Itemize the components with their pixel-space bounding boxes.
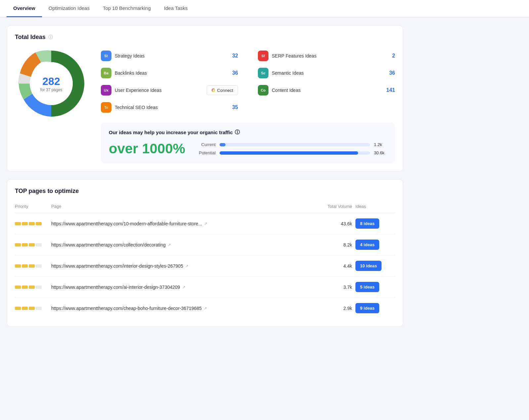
current-label: Current — [196, 142, 216, 147]
page-link-5[interactable]: https://www.apartmenttherapy.com/cheap-b… — [51, 306, 316, 311]
idea-row-ux: Ux User Experience Ideas G Connect — [101, 82, 238, 99]
priority-bar — [22, 307, 28, 310]
external-link-icon: ↗ — [182, 285, 185, 289]
page-link-3[interactable]: https://www.apartmenttherapy.com/interio… — [51, 263, 316, 269]
table-row: https://www.apartmenttherapy.com/collect… — [15, 234, 395, 255]
ideas-col-left: St Strategy Ideas 32 Ba Backlinks Ideas … — [101, 47, 238, 116]
potential-track — [220, 151, 370, 155]
volume-2: 8.2k — [316, 242, 355, 248]
current-track — [220, 143, 370, 146]
table-header: Priority Page Total Volume Ideas — [15, 201, 395, 213]
ideas-button-4[interactable]: 5 ideas — [355, 282, 379, 292]
idea-row-strategy: St Strategy Ideas 32 — [101, 47, 238, 64]
priority-bar-empty — [36, 243, 42, 247]
page-link-2[interactable]: https://www.apartmenttherapy.com/collect… — [51, 242, 316, 248]
external-link-icon: ↗ — [168, 243, 171, 247]
priority-bar — [36, 222, 42, 225]
technical-name: Technical SEO Ideas — [115, 105, 225, 110]
traffic-box: Our ideas may help you increase your org… — [101, 123, 395, 163]
tab-idea-tasks[interactable]: Idea Tasks — [157, 0, 194, 17]
total-ideas-body: 282 for 37 pages St Strategy Ideas 32 — [15, 47, 395, 163]
priority-bar-empty — [36, 264, 42, 268]
priority-bars-2 — [15, 243, 51, 247]
col-ideas: Ideas — [355, 204, 395, 209]
priority-bars-4 — [15, 286, 51, 289]
priority-bar — [15, 286, 21, 289]
priority-bars-3 — [15, 264, 51, 268]
idea-row-serp: Sf SERP Features Ideas 2 — [258, 47, 395, 64]
priority-bars-5 — [15, 307, 51, 310]
priority-bar — [15, 222, 21, 225]
ideas-button-5[interactable]: 9 ideas — [355, 303, 379, 313]
priority-bar — [29, 222, 35, 225]
traffic-percent: over 1000% — [109, 141, 185, 157]
ideas-cell-4: 5 ideas — [355, 282, 395, 292]
technical-count: 35 — [228, 104, 238, 110]
volume-5: 2.9k — [316, 306, 355, 311]
page-link-1[interactable]: https://www.apartmenttherapy.com/10-mode… — [51, 221, 316, 226]
donut-subtitle: for 37 pages — [40, 88, 62, 92]
ideas-columns: St Strategy Ideas 32 Ba Backlinks Ideas … — [101, 47, 395, 116]
top-pages-card: TOP pages to optimize Priority Page Tota… — [7, 179, 403, 327]
traffic-bar-current: Current 1.2k — [196, 142, 387, 147]
priority-bar — [15, 307, 21, 310]
ideas-cell-2: 4 ideas — [355, 240, 395, 250]
priority-bar — [22, 222, 28, 225]
donut-chart: 282 for 37 pages — [15, 47, 88, 120]
current-value: 1.2k — [374, 142, 387, 147]
backlinks-badge: Ba — [101, 68, 111, 78]
ideas-cell-3: 10 ideas — [355, 261, 395, 271]
table-row: https://www.apartmenttherapy.com/cheap-b… — [15, 298, 395, 319]
ideas-button-3[interactable]: 10 ideas — [355, 261, 382, 271]
priority-bar-empty — [36, 286, 42, 289]
idea-row-technical: Te Technical SEO Ideas 35 — [101, 99, 238, 116]
backlinks-name: Backlinks Ideas — [115, 70, 225, 76]
info-icon: ⓘ — [48, 34, 53, 40]
serp-count: 2 — [385, 53, 395, 59]
ideas-button-2[interactable]: 4 ideas — [355, 240, 379, 250]
tab-optimization-ideas[interactable]: Optimization Ideas — [42, 0, 96, 17]
backlinks-count: 36 — [228, 70, 238, 76]
donut-count: 282 — [40, 75, 62, 88]
external-link-icon: ↗ — [185, 264, 188, 268]
priority-bars-1 — [15, 222, 51, 225]
volume-3: 4.4k — [316, 263, 355, 269]
volume-1: 43.6k — [316, 221, 355, 226]
content-count: 141 — [385, 87, 395, 93]
traffic-bar-potential: Potential 30.6k — [196, 150, 387, 155]
serp-badge: Sf — [258, 51, 268, 61]
donut-center-text: 282 for 37 pages — [40, 75, 62, 92]
idea-row-backlinks: Ba Backlinks Ideas 36 — [101, 64, 238, 82]
priority-bar-empty — [36, 307, 42, 310]
priority-bar — [22, 264, 28, 268]
volume-4: 3.7k — [316, 285, 355, 290]
current-fill — [220, 143, 225, 146]
potential-value: 30.6k — [374, 150, 387, 155]
table-row: https://www.apartmenttherapy.com/ai-inte… — [15, 277, 395, 298]
traffic-bars: Current 1.2k Potential — [196, 142, 387, 155]
content-name: Content Ideas — [272, 88, 382, 93]
ux-badge: Ux — [101, 85, 111, 95]
traffic-body: over 1000% Current 1.2k Potential — [109, 141, 387, 157]
technical-badge: Te — [101, 102, 111, 113]
strategy-badge: St — [101, 51, 111, 61]
idea-row-semantic: Se Semantic Ideas 36 — [258, 64, 395, 82]
tabs-bar: Overview Optimization Ideas Top 10 Bench… — [0, 0, 529, 18]
ideas-button-1[interactable]: 8 ideas — [355, 218, 379, 229]
priority-bar — [29, 307, 35, 310]
google-g-icon: G — [212, 88, 215, 93]
potential-label: Potential — [196, 150, 216, 155]
main-content: Total Ideas ⓘ — [0, 18, 410, 343]
top-pages-title: TOP pages to optimize — [15, 188, 395, 195]
external-link-icon: ↗ — [204, 306, 207, 311]
tab-top10-benchmarking[interactable]: Top 10 Benchmarking — [96, 0, 157, 17]
semantic-badge: Se — [258, 68, 268, 78]
strategy-name: Strategy Ideas — [115, 53, 225, 58]
tab-overview[interactable]: Overview — [7, 0, 42, 17]
potential-fill — [220, 151, 358, 155]
col-page: Page — [51, 204, 316, 209]
connect-button[interactable]: G Connect — [207, 85, 238, 95]
page-link-4[interactable]: https://www.apartmenttherapy.com/ai-inte… — [51, 285, 316, 290]
table-row: https://www.apartmenttherapy.com/10-mode… — [15, 213, 395, 234]
priority-bar — [22, 243, 28, 247]
